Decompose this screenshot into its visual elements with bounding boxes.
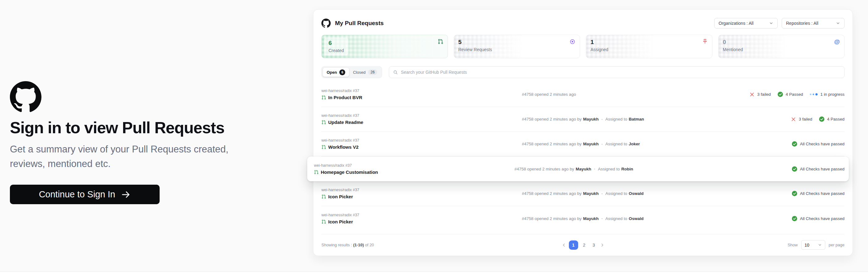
checks-in-progress: 1 in progress [810,92,844,97]
pr-checks: 3 failed 4 Passed [791,116,844,122]
pr-repo: wei-harness/radix #37 [321,113,522,118]
organizations-filter-dropdown[interactable]: Organizations : All [714,18,778,28]
tab-closed[interactable]: Closed 26 [349,67,381,77]
pull-request-icon [321,194,326,199]
checks-all-passed: All Checks have passed [792,191,844,196]
chevron-down-icon [836,21,840,25]
repositories-filter-dropdown[interactable]: Repositories : All [782,18,844,28]
stat-mentioned-label: Mentioned [723,47,743,52]
pull-request-icon [321,145,326,149]
tab-open-label: Open [327,70,337,75]
pr-checks: 3 failed 4 Passed 1 in progress [749,92,844,97]
pr-author: Mayukh [576,167,591,171]
per-page-select[interactable]: 10 [801,240,825,250]
pr-row-icon-picker-1[interactable]: wei-harness/radix #37 Icon Picker #4758 … [321,181,844,206]
pr-meta: #4758 opened 2 minutes ago by Mayukh • A… [522,191,792,196]
check-circle-icon [819,116,825,122]
page-button-1[interactable]: 1 [569,241,578,250]
pr-row-icon-picker-2[interactable]: wei-harness/radix #37 Icon Picker #4758 … [321,206,844,231]
checks-all-passed: All Checks have passed [792,216,844,221]
chevron-right-icon[interactable] [600,243,604,247]
pull-request-icon [321,219,326,224]
pull-request-icon [314,170,319,174]
signin-section: Sign in to view Pull Requests Get a summ… [10,81,301,204]
pr-assignee: Joker [629,142,640,146]
stat-review-label: Review Requests [459,47,492,52]
show-label: Show [787,243,798,247]
stat-review-value: 5 [459,39,492,46]
repositories-filter-label: Repositories : All [786,21,818,26]
pull-request-icon [321,95,326,100]
eye-icon [569,39,576,45]
continue-sign-in-label: Continue to Sign In [39,189,115,199]
pr-title[interactable]: Update Readme [328,119,363,125]
checks-all-passed: All Checks have passed [792,166,844,172]
signin-description-line1: Get a summary view of your Pull Requests… [10,142,301,157]
closed-count-badge: 26 [368,70,377,75]
continue-sign-in-button[interactable]: Continue to Sign In [10,185,160,204]
stat-card-review-requests[interactable]: 5 Review Requests [454,35,580,58]
pr-title[interactable]: Icon Picker [328,219,353,224]
search-input[interactable] [401,70,840,75]
pull-request-icon [321,120,326,124]
stat-created-label: Created [329,48,344,53]
panel-title: My Pull Requests [335,20,383,27]
chevron-left-icon[interactable] [562,243,566,247]
pr-repo: wei-harness/radix #37 [321,188,522,192]
panel-footer: Showing results : (1-10) of 20 1 2 3 Sho… [321,234,844,256]
pr-assignee: Robin [621,167,633,171]
page-button-3[interactable]: 3 [591,241,597,250]
checks-failed: 3 failed [749,92,771,97]
chevron-down-icon [818,243,822,247]
stat-card-created[interactable]: 6 Created [321,35,448,58]
pr-row-workflows-v2[interactable]: wei-harness/radix #37 Workflows V2 #4758… [321,132,844,157]
pr-checks: All Checks have passed [792,141,844,146]
pr-title[interactable]: Workflows V2 [328,144,359,150]
stats-cards: 6 Created 5 Review Requests 1 Assigned 0… [321,35,844,58]
chevron-down-icon [769,21,773,25]
signin-description: Get a summary view of your Pull Requests… [10,142,301,171]
tab-open[interactable]: Open 6 [323,67,349,77]
in-progress-dots-icon [810,93,817,95]
pr-checks: All Checks have passed [792,216,844,221]
pr-meta: #4758 opened 2 minutes ago by Mayukh • A… [522,117,791,121]
signin-description-line2: reviews, mentioned etc. [10,157,301,171]
pin-icon [702,39,708,44]
per-page-value: 10 [805,243,809,248]
search-box [389,66,844,78]
check-circle-icon [792,216,797,221]
pr-meta: #4758 opened 2 minutes ago by Mayukh • A… [515,167,792,171]
pr-assignee: Oswald [629,191,644,196]
stat-mentioned-value: 0 [723,39,743,46]
page-button-2[interactable]: 2 [581,241,588,250]
panel-header: My Pull Requests Organizations : All Rep… [321,17,844,29]
stat-created-chip: 6 Created [324,37,348,55]
pr-assignee: Oswald [629,216,644,221]
pr-assignee: Batman [629,117,644,121]
check-circle-icon [792,191,797,196]
x-failed-icon [791,117,796,122]
stat-card-mentioned[interactable]: 0 Mentioned @ [718,35,845,58]
pr-title[interactable]: Icon Picker [328,194,353,199]
stat-created-value: 6 [329,40,344,47]
pr-author: Mayukh [583,216,598,221]
check-circle-icon [792,141,797,146]
pr-row-update-readme[interactable]: wei-harness/radix #37 Update Readme #475… [321,107,844,132]
pull-request-icon [438,39,443,44]
stat-card-assigned[interactable]: 1 Assigned [586,35,712,58]
tab-closed-label: Closed [353,70,365,75]
pr-author: Mayukh [583,191,598,196]
pr-row-in-product-bvr[interactable]: wei-harness/radix #37 In Product BVR #47… [321,82,844,107]
pr-row-homepage-customisation[interactable]: wei-harness/radix #37 Homepage Customisa… [307,157,849,181]
pr-title[interactable]: Homepage Customisation [321,169,378,175]
pr-meta: #4758 opened 2 minutes ago by Mayukh • A… [522,216,792,221]
open-count-badge: 6 [339,70,345,75]
pr-checks: All Checks have passed [792,191,844,196]
github-logo-icon [10,81,41,113]
arrow-right-icon [121,190,130,199]
pr-meta: #4758 opened 2 minutes ago [522,92,749,97]
pr-meta: #4758 opened 2 minutes ago by Mayukh • A… [522,142,792,146]
stat-assigned-value: 1 [591,39,609,46]
search-icon [393,70,398,75]
pr-title[interactable]: In Product BVR [328,95,362,100]
